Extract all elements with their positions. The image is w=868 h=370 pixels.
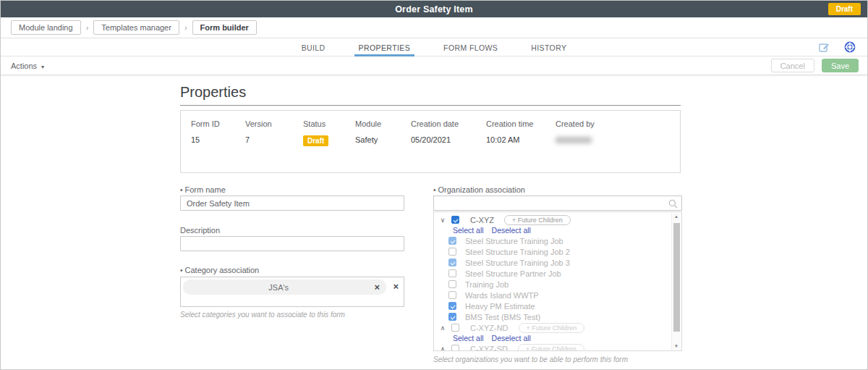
- bulk-select-links: Select all Deselect all: [434, 333, 671, 343]
- deselect-all-link[interactable]: Deselect all: [492, 226, 531, 235]
- breadcrumb-separator-icon: ›: [184, 23, 187, 32]
- col-header-creation-date: Creation date: [411, 119, 486, 128]
- breadcrumb-module-landing[interactable]: Module landing: [11, 20, 81, 35]
- organization-association-label: •Organization association: [433, 185, 525, 194]
- tab-form-flows[interactable]: FORM FLOWS: [439, 38, 502, 56]
- required-marker: •: [180, 186, 183, 194]
- org-child-checkbox[interactable]: [448, 302, 456, 310]
- col-header-status: Status: [303, 119, 355, 128]
- remove-chip-icon[interactable]: ×: [374, 282, 380, 292]
- org-child-row: Wards Island WWTP: [434, 290, 671, 300]
- org-child-checkbox[interactable]: [448, 237, 456, 245]
- future-children-button[interactable]: + Future Children: [518, 344, 584, 352]
- section-title: Properties: [180, 84, 246, 101]
- org-child-checkbox[interactable]: [448, 258, 456, 266]
- org-child-row: Steel Structure Training Job: [434, 235, 671, 246]
- organization-search-input[interactable]: [433, 195, 682, 211]
- form-id-value: 15: [191, 135, 245, 146]
- description-label: Description: [180, 226, 220, 235]
- scroll-up-icon[interactable]: ▲: [672, 214, 681, 219]
- col-header-creation-time: Creation time: [486, 119, 556, 128]
- scrollbar-thumb[interactable]: [673, 223, 680, 332]
- tab-properties[interactable]: PROPERTIES: [354, 38, 415, 56]
- org-child-checkbox[interactable]: [448, 248, 456, 256]
- org-group-checkbox[interactable]: [451, 324, 459, 332]
- app-header: Order Safety Item Draft: [1, 1, 867, 17]
- org-child-row: Heavy PM Estimate: [434, 300, 671, 311]
- form-builder-page: Order Safety Item Draft Module landing ›…: [0, 0, 868, 370]
- organization-tree: ∨ C-XYZ + Future Children Select all Des…: [433, 211, 682, 351]
- org-child-row: Steel Structure Partner Job: [434, 268, 671, 279]
- org-child-row: Steel Structure Training Job 3: [434, 257, 671, 268]
- breadcrumb-separator-icon: ›: [86, 23, 89, 32]
- select-all-link[interactable]: Select all: [453, 226, 484, 235]
- form-info-panel: Form ID Version Status Module Creation d…: [180, 110, 681, 173]
- org-child-checkbox[interactable]: [448, 313, 456, 321]
- org-group-row: ∧ C-XYZ-ND + Future Children: [434, 322, 671, 333]
- form-name-label: •Form name: [180, 185, 226, 194]
- tab-history[interactable]: HISTORY: [527, 38, 571, 56]
- created-by-redacted-value: [556, 137, 592, 143]
- clear-all-icon[interactable]: ×: [393, 282, 399, 291]
- bulk-select-links: Select all Deselect all: [434, 225, 671, 235]
- form-name-input[interactable]: [180, 195, 404, 211]
- org-child-row: Training Job: [434, 279, 671, 290]
- actions-toolbar: Actions▾ Cancel Save: [1, 56, 867, 75]
- status-badge: Draft: [303, 135, 328, 146]
- globe-icon[interactable]: [844, 41, 856, 53]
- org-child-row: Steel Structure Training Job 2: [434, 246, 671, 257]
- category-helper-text: Select categories you want to associate …: [180, 311, 345, 319]
- organization-helper-text: Select organizations you want to be able…: [433, 356, 628, 363]
- breadcrumb-templates-manager[interactable]: Templates manager: [93, 20, 179, 35]
- category-association-label: •Category association: [180, 266, 259, 274]
- category-association-box[interactable]: JSA's × ×: [180, 277, 404, 307]
- breadcrumb-form-builder[interactable]: Form builder: [192, 20, 257, 35]
- org-child-checkbox[interactable]: [448, 269, 456, 277]
- version-value: 7: [245, 135, 303, 146]
- creation-time-value: 10:02 AM: [486, 135, 556, 146]
- breadcrumb: Module landing › Templates manager › For…: [1, 17, 867, 38]
- scroll-down-icon[interactable]: ▼: [672, 344, 681, 348]
- category-chip-label: JSA's: [183, 283, 374, 292]
- org-group-name: C-XYZ: [470, 216, 494, 224]
- org-child-checkbox[interactable]: [448, 291, 456, 299]
- org-group-row: ∨ C-XYZ + Future Children: [434, 214, 671, 225]
- col-header-created-by: Created by: [556, 119, 680, 128]
- org-group-name: C-XYZ-ND: [470, 324, 509, 332]
- scrollbar[interactable]: ▲ ▼: [671, 213, 681, 350]
- edit-icon[interactable]: [819, 42, 830, 53]
- col-header-form-id: Form ID: [191, 119, 245, 128]
- select-all-link[interactable]: Select all: [453, 334, 484, 342]
- tab-bar: BUILD PROPERTIES FORM FLOWS HISTORY: [1, 38, 867, 56]
- org-child-checkbox[interactable]: [448, 280, 456, 288]
- org-group-row: ∧ C-XYZ-SD + Future Children: [434, 343, 671, 351]
- required-marker: •: [433, 186, 436, 194]
- col-header-version: Version: [245, 119, 303, 128]
- org-group-checkbox[interactable]: [451, 345, 459, 351]
- chevron-up-icon[interactable]: ∧: [438, 324, 447, 332]
- deselect-all-link[interactable]: Deselect all: [492, 334, 531, 342]
- cancel-button[interactable]: Cancel: [771, 59, 814, 72]
- save-button[interactable]: Save: [822, 59, 859, 72]
- required-marker: •: [180, 266, 183, 274]
- future-children-button[interactable]: + Future Children: [519, 323, 585, 333]
- caret-down-icon: ▾: [41, 64, 44, 70]
- org-group-name: C-XYZ-SD: [470, 345, 508, 352]
- actions-menu-button[interactable]: Actions▾: [11, 62, 44, 70]
- future-children-button[interactable]: + Future Children: [504, 215, 571, 225]
- status-badge: Draft: [828, 3, 861, 15]
- category-chip: JSA's ×: [183, 279, 386, 295]
- tab-build[interactable]: BUILD: [297, 38, 330, 56]
- chevron-down-icon[interactable]: ∨: [438, 216, 447, 224]
- org-child-row: BMS Test (BMS Test): [434, 311, 671, 322]
- module-value: Safety: [355, 135, 411, 146]
- col-header-module: Module: [355, 119, 411, 128]
- chevron-up-icon[interactable]: ∧: [438, 345, 447, 352]
- creation-date-value: 05/20/2021: [411, 135, 486, 146]
- description-input[interactable]: [180, 236, 404, 251]
- section-divider: [180, 105, 681, 106]
- page-title: Order Safety Item: [395, 4, 473, 14]
- search-icon: [668, 199, 678, 209]
- org-group-checkbox[interactable]: [451, 216, 459, 224]
